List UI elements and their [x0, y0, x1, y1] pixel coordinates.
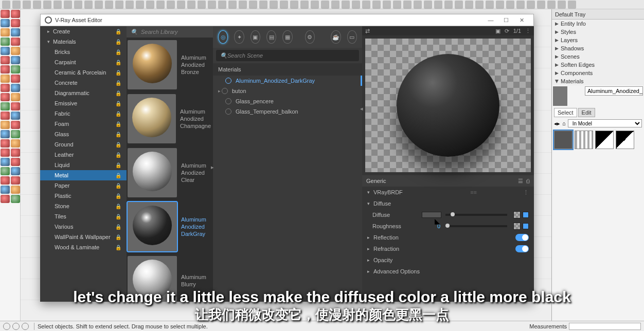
toolbar-icon[interactable]	[33, 1, 41, 9]
group-opacity-header[interactable]: ▸ Opacity	[362, 254, 534, 266]
material-thumb[interactable]	[595, 131, 614, 149]
status-icon[interactable]	[12, 323, 20, 330]
toolbar-icon[interactable]	[64, 1, 72, 9]
toolbar-icon[interactable]	[516, 1, 525, 9]
preview-menu-icon[interactable]: ⋮	[525, 28, 531, 34]
tray-panel-header[interactable]: ▶Styles	[552, 28, 644, 36]
group-diffuse-header[interactable]: ▾ Diffuse	[362, 198, 534, 209]
toolbar-icon[interactable]	[300, 1, 309, 9]
toolbar-icon[interactable]	[218, 1, 226, 9]
tool-icon[interactable]	[11, 167, 20, 175]
tray-title[interactable]: Default Tray	[552, 9, 644, 20]
toolbar-icon[interactable]	[455, 1, 463, 9]
toolbar-icon[interactable]	[547, 1, 556, 9]
toolbar-icon[interactable]	[321, 1, 329, 9]
tool-icon[interactable]	[11, 102, 20, 111]
tool-icon[interactable]	[1, 10, 10, 18]
toolbar-icon[interactable]	[270, 1, 278, 9]
toolbar-icon[interactable]	[12, 1, 21, 9]
measurements-field[interactable]	[569, 323, 641, 330]
tool-icon[interactable]	[1, 112, 10, 120]
tool-icon[interactable]	[11, 176, 20, 185]
tool-icon[interactable]	[1, 38, 10, 46]
geometry-mode-icon[interactable]: ▣	[251, 30, 260, 44]
toolbar-icon[interactable]	[558, 1, 566, 9]
library-search-input[interactable]: 🔍 Search Library	[127, 26, 213, 38]
lights-mode-icon[interactable]: ✦	[234, 30, 244, 44]
tray-panel-header[interactable]: ▶Layers	[552, 36, 644, 44]
tool-icon[interactable]	[11, 130, 20, 138]
group-advanced-header[interactable]: ▸ Advanced Options	[362, 266, 534, 277]
tab-select[interactable]: Select	[554, 108, 577, 117]
category-item[interactable]: Fabric🔒	[40, 108, 127, 119]
toolbar-icon[interactable]	[53, 1, 62, 9]
toolbar-icon[interactable]	[177, 1, 185, 9]
material-preview-swatch[interactable]	[553, 86, 567, 106]
tray-panel-header[interactable]: ▶Shadows	[552, 44, 644, 52]
refraction-toggle[interactable]	[515, 245, 529, 252]
tool-icon[interactable]	[11, 75, 20, 83]
diffuse-color-swatch[interactable]	[422, 212, 441, 218]
roughness-enable-checkbox[interactable]	[523, 223, 529, 229]
category-item[interactable]: Bricks🔒	[40, 47, 127, 57]
toolbar-icon[interactable]	[434, 1, 442, 9]
toolbar-icon[interactable]	[537, 1, 545, 9]
tool-icon[interactable]	[11, 19, 20, 27]
tool-icon[interactable]	[1, 121, 10, 129]
material-thumb[interactable]	[554, 131, 573, 149]
toolbar-icon[interactable]	[239, 1, 247, 9]
material-preview[interactable]: ◂	[365, 39, 531, 172]
tool-icon[interactable]	[1, 139, 10, 148]
tool-icon[interactable]	[11, 28, 20, 36]
tool-icon[interactable]	[1, 176, 10, 185]
category-item[interactable]: Ceramic & Porcelain🔒	[40, 67, 127, 78]
toolbar-icon[interactable]	[475, 1, 484, 9]
tool-icon[interactable]	[1, 93, 10, 101]
scene-search-input[interactable]: 🔍 Search Scene	[216, 50, 359, 61]
drag-handle-icon[interactable]: ≡≡	[470, 189, 477, 195]
library-item[interactable]: Aluminum Anodized Clear	[127, 145, 213, 199]
status-icon[interactable]	[22, 323, 29, 330]
tool-icon[interactable]	[11, 121, 20, 129]
toolbar-icon[interactable]	[290, 1, 298, 9]
tab-edit[interactable]: Edit	[578, 108, 595, 117]
category-item[interactable]: Ground🔒	[40, 139, 127, 150]
category-item[interactable]: Wood & Laminate🔒	[40, 242, 127, 252]
library-item[interactable]: Aluminum Anodized Champagne	[127, 91, 213, 145]
category-item[interactable]: Emissive🔒	[40, 98, 127, 108]
settings-icon[interactable]: ☰	[518, 178, 523, 185]
reflection-toggle[interactable]	[515, 234, 529, 241]
tool-icon[interactable]	[11, 65, 20, 73]
category-item[interactable]: Leather🔒	[40, 150, 127, 160]
window-close-button[interactable]: ✕	[514, 17, 529, 24]
toolbar-icon[interactable]	[187, 1, 195, 9]
toolbar-icon[interactable]	[280, 1, 288, 9]
toolbar-icon[interactable]	[2, 1, 10, 9]
tool-icon[interactable]	[11, 139, 20, 148]
roughness-slider[interactable]	[445, 225, 507, 227]
tray-panel-header[interactable]: ▶Components	[552, 69, 644, 77]
tool-icon[interactable]	[1, 65, 10, 73]
expand-icon[interactable]: ▸	[218, 88, 221, 94]
tool-icon[interactable]	[11, 10, 20, 18]
tool-icon[interactable]	[11, 47, 20, 55]
tool-icon[interactable]	[1, 186, 10, 194]
material-library-select[interactable]: In Model	[568, 119, 642, 127]
category-item[interactable]: Glass🔒	[40, 129, 127, 139]
toolbar-icon[interactable]	[352, 1, 360, 9]
tool-icon[interactable]	[11, 149, 20, 157]
toolbar-icon[interactable]	[259, 1, 267, 9]
category-item[interactable]: Stone🔒	[40, 201, 127, 211]
material-thumb[interactable]	[575, 131, 593, 149]
diffuse-enable-checkbox[interactable]	[523, 212, 529, 218]
toolbar-icon[interactable]	[403, 1, 412, 9]
toolbar-icon[interactable]	[424, 1, 432, 9]
library-expand-handle[interactable]: ▸	[211, 164, 216, 174]
toolbar-icon[interactable]	[136, 1, 144, 9]
roughness-texture-slot[interactable]	[513, 223, 521, 230]
tool-icon[interactable]	[11, 84, 20, 92]
diffuse-slider[interactable]	[445, 214, 507, 216]
category-create[interactable]: Create 🔒	[40, 26, 127, 36]
tool-icon[interactable]	[1, 130, 10, 138]
tool-icon[interactable]	[1, 149, 10, 157]
